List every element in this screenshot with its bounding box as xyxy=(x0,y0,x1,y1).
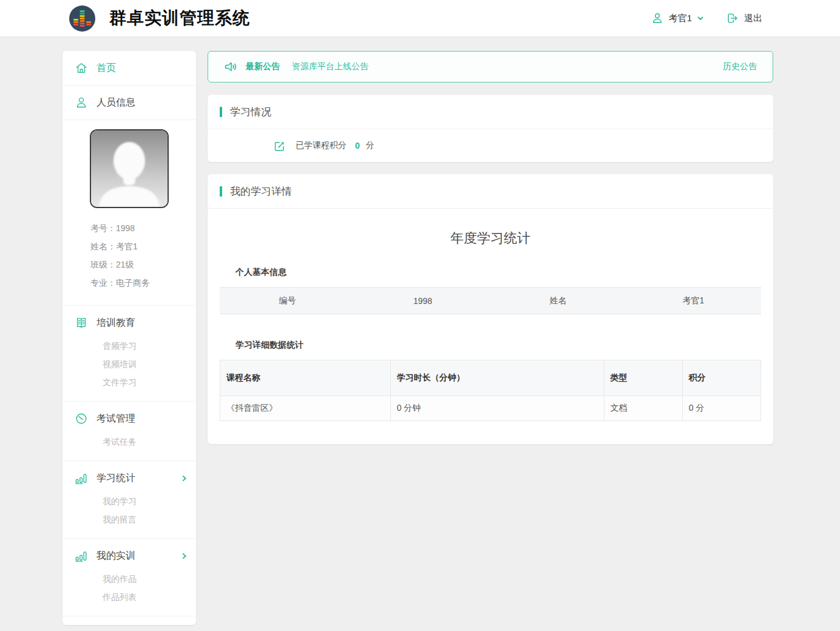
submenu-exam: 考试任务 xyxy=(75,433,188,451)
menu-exam-label: 考试管理 xyxy=(97,413,135,425)
logout-icon xyxy=(726,12,739,25)
col-course-name: 课程名称 xyxy=(220,360,391,396)
profile-exam-no: 考号：1998 xyxy=(90,219,196,237)
page-footer: 版权所有 ©Copyright 2009 - 2020. 56sucai.com… xyxy=(0,625,840,631)
study-status-header: 学习情况 xyxy=(208,95,773,129)
sidebar-item-my-study[interactable]: 我的学习 xyxy=(103,492,188,510)
basic-name-label: 姓名 xyxy=(490,295,626,306)
chevron-down-icon xyxy=(697,15,704,22)
user-name: 考官1 xyxy=(669,13,692,24)
study-data-table: 课程名称 学习时长（分钟） 类型 积分 《抖音雷区》 0 分钟 文档 0 分 xyxy=(220,360,761,421)
user-icon xyxy=(651,12,664,25)
cell-course-name: 《抖音雷区》 xyxy=(220,396,391,421)
logout-button[interactable]: 退出 xyxy=(726,12,762,25)
sidebar-item-exam-task[interactable]: 考试任务 xyxy=(103,433,188,451)
sidebar-item-exam-management[interactable]: 考试管理 xyxy=(75,410,188,428)
col-study-duration: 学习时长（分钟） xyxy=(390,360,604,396)
sidebar-item-works-list[interactable]: 作品列表 xyxy=(103,588,188,606)
study-detail-header: 我的学习详情 xyxy=(208,174,773,209)
main-content: 最新公告 资源库平台上线公告 历史公告 学习情况 已学课程积分 0 xyxy=(208,51,773,444)
sidebar-item-file-study[interactable]: 文件学习 xyxy=(103,373,188,391)
study-status-card: 学习情况 已学课程积分 0 分 xyxy=(208,95,773,162)
cell-study-duration: 0 分钟 xyxy=(390,396,604,421)
app-logo-icon xyxy=(69,5,96,32)
study-detail-title: 我的学习详情 xyxy=(230,184,292,198)
col-score: 积分 xyxy=(682,360,760,396)
submenu-study-stats: 我的学习 我的留言 xyxy=(75,492,188,528)
announcement-bar: 最新公告 资源库平台上线公告 历史公告 xyxy=(208,51,773,83)
announcement-link[interactable]: 资源库平台上线公告 xyxy=(292,61,368,72)
sidebar-item-video-training[interactable]: 视频培训 xyxy=(103,355,188,373)
sidebar-item-audio-study[interactable]: 音频学习 xyxy=(103,337,188,355)
menu-group-my-practice: 我的实训 我的作品 作品列表 xyxy=(63,539,196,616)
basic-info-title: 个人基本信息 xyxy=(235,267,761,278)
announcement-label: 最新公告 xyxy=(246,61,280,72)
menu-training-label: 培训教育 xyxy=(97,317,135,329)
table-header-row: 课程名称 学习时长（分钟） 类型 积分 xyxy=(220,360,761,396)
menu-group-study-stats: 学习统计 我的学习 我的留言 xyxy=(63,461,196,539)
title-marker xyxy=(220,107,222,117)
title-marker xyxy=(220,186,222,197)
score-row: 已学课程积分 0 分 xyxy=(208,129,773,162)
sidebar: 首页 人员信息 xyxy=(63,51,196,625)
sidebar-item-training[interactable]: 培训教育 xyxy=(75,314,188,332)
sidebar-home-label: 首页 xyxy=(97,62,116,75)
basic-name-value: 考官1 xyxy=(626,295,761,306)
submenu-training: 音频学习 视频培训 文件学习 xyxy=(75,337,188,391)
avatar xyxy=(90,129,169,208)
sidebar-item-study-stats[interactable]: 学习统计 xyxy=(75,469,188,487)
menu-group-exam: 考试管理 考试任务 xyxy=(63,402,196,461)
chevron-right-icon xyxy=(181,475,188,482)
score-unit: 分 xyxy=(366,140,374,151)
home-icon xyxy=(75,61,88,75)
bar-chart-icon xyxy=(75,471,88,485)
cell-type: 文档 xyxy=(604,396,682,421)
menu-my-practice-label: 我的实训 xyxy=(97,550,135,562)
sidebar-item-my-messages[interactable]: 我的留言 xyxy=(103,510,188,528)
submenu-my-practice: 我的作品 作品列表 xyxy=(75,570,188,606)
user-menu[interactable]: 考官1 xyxy=(651,12,704,25)
sidebar-item-profile[interactable]: 人员信息 xyxy=(63,86,196,120)
bar-chart-icon xyxy=(75,549,88,562)
table-row: 《抖音雷区》 0 分钟 文档 0 分 xyxy=(220,396,761,421)
col-type: 类型 xyxy=(604,360,682,396)
profile-name: 姓名：考官1 xyxy=(90,237,196,255)
chevron-right-icon xyxy=(181,553,188,559)
edit-icon xyxy=(273,140,286,152)
cell-score: 0 分 xyxy=(682,396,760,421)
book-icon xyxy=(75,316,88,329)
basic-info-row: 编号 1998 姓名 考官1 xyxy=(220,287,761,314)
sidebar-item-my-works[interactable]: 我的作品 xyxy=(103,570,188,588)
basic-id-value: 1998 xyxy=(355,296,490,306)
sidebar-profile-label: 人员信息 xyxy=(97,96,135,109)
speaker-icon xyxy=(224,59,239,74)
score-value: 0 xyxy=(355,141,360,150)
profile-major: 专业：电子商务 xyxy=(90,274,196,292)
score-label: 已学课程积分 xyxy=(296,140,347,151)
basic-id-label: 编号 xyxy=(220,295,355,306)
clock-icon xyxy=(75,412,88,425)
study-detail-card: 我的学习详情 年度学习统计 个人基本信息 编号 1998 姓名 考官1 学习详细… xyxy=(208,174,773,444)
app-title: 群卓实训管理系统 xyxy=(109,7,250,30)
sidebar-item-home[interactable]: 首页 xyxy=(63,51,196,86)
menu-group-training: 培训教育 音频学习 视频培训 文件学习 xyxy=(63,306,196,402)
person-icon xyxy=(75,96,88,109)
annual-stats-title: 年度学习统计 xyxy=(220,229,761,248)
profile-class: 班级：21级 xyxy=(90,255,196,274)
logout-label: 退出 xyxy=(744,13,762,24)
menu-study-stats-label: 学习统计 xyxy=(97,472,135,485)
sidebar-item-my-practice[interactable]: 我的实训 xyxy=(75,547,188,565)
detail-data-title: 学习详细数据统计 xyxy=(235,340,761,351)
profile-info-list: 考号：1998 姓名：考官1 班级：21级 专业：电子商务 xyxy=(63,212,196,306)
top-header: 群卓实训管理系统 考官1 xyxy=(0,0,840,36)
history-announcements-link[interactable]: 历史公告 xyxy=(723,61,757,72)
study-status-title: 学习情况 xyxy=(230,105,271,119)
